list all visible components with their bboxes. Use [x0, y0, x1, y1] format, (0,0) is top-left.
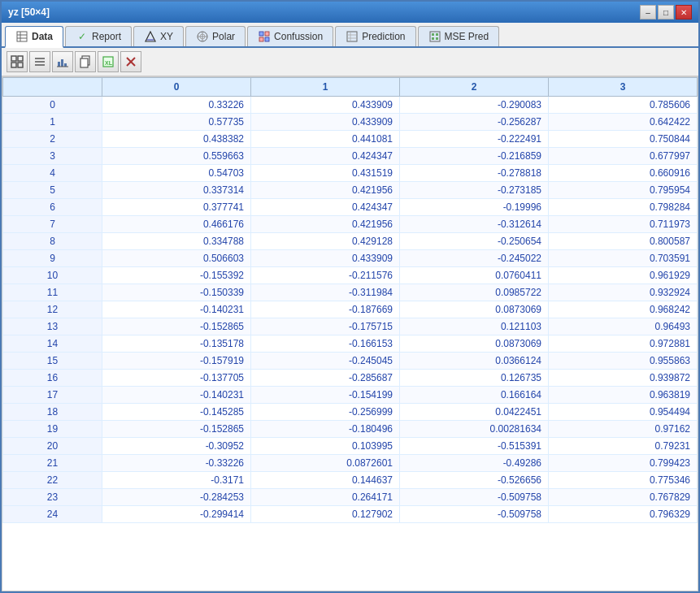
maximize-button[interactable]: □ [658, 5, 674, 19]
close-button[interactable]: ✕ [676, 5, 692, 19]
cell-value: -0.290083 [400, 97, 549, 114]
tab-xy-label: XY [160, 31, 173, 42]
table-row: 50.3373140.421956-0.2731850.795954 [3, 182, 698, 199]
cell-value: -0.509758 [400, 506, 549, 523]
cell-value: 0.961929 [549, 267, 698, 284]
cell-value: 0.54703 [102, 165, 251, 182]
cell-value: 0.421956 [251, 182, 400, 199]
minimize-button[interactable]: – [640, 5, 656, 19]
export-tool-button[interactable]: XL [98, 51, 119, 72]
svg-rect-31 [61, 59, 63, 67]
cell-value: 0.954494 [549, 404, 698, 421]
tab-report-label: Report [92, 31, 121, 42]
tab-data[interactable]: Data [5, 26, 63, 48]
row-index: 24 [3, 506, 102, 523]
cell-value: -0.180496 [251, 421, 400, 438]
cell-value: 0.0985722 [400, 284, 549, 301]
cell-value: -0.49286 [400, 455, 549, 472]
cell-value: -0.155392 [102, 267, 251, 284]
row-index: 18 [3, 404, 102, 421]
cell-value: 0.337314 [102, 182, 251, 199]
svg-rect-30 [58, 62, 60, 67]
svg-rect-12 [259, 37, 263, 41]
row-index: 14 [3, 335, 102, 353]
cell-value: -0.285687 [251, 370, 400, 387]
cell-value: 0.466176 [102, 216, 251, 233]
cell-value: -0.154199 [251, 387, 400, 404]
tab-xy[interactable]: XY [133, 26, 184, 46]
cell-value: 0.264171 [251, 489, 400, 506]
row-index: 7 [3, 216, 102, 233]
col-header-index [3, 78, 102, 97]
table-row: 24-0.2994140.127902-0.5097580.796329 [3, 506, 698, 523]
table-row: 16-0.137705-0.2856870.1267350.939872 [3, 370, 698, 387]
svg-rect-35 [80, 58, 88, 67]
row-index: 11 [3, 284, 102, 301]
svg-rect-10 [259, 32, 263, 36]
cell-value: 0.334788 [102, 233, 251, 250]
table-row: 23-0.2842530.264171-0.5097580.767829 [3, 489, 698, 506]
tab-report[interactable]: ✓ Report [65, 26, 132, 46]
col-header-1: 1 [251, 78, 400, 97]
tab-mse-pred[interactable]: MSE Pred [418, 26, 500, 46]
row-index: 23 [3, 489, 102, 506]
row-index: 2 [3, 131, 102, 148]
cell-value: -0.311984 [251, 284, 400, 301]
cell-value: -0.135178 [102, 335, 251, 353]
prediction-icon [346, 30, 359, 43]
cell-value: 0.785606 [549, 97, 698, 114]
copy-tool-button[interactable] [75, 51, 96, 72]
tab-confussion-label: Confussion [274, 31, 323, 42]
svg-rect-18 [430, 32, 440, 41]
toolbar: XL [2, 48, 698, 76]
tab-polar[interactable]: Polar [185, 26, 246, 46]
cell-value: -0.140231 [102, 387, 251, 404]
cell-value: 0.126735 [400, 370, 549, 387]
cell-value: -0.284253 [102, 489, 251, 506]
svg-rect-25 [11, 63, 16, 67]
cell-value: 0.441081 [251, 131, 400, 148]
cell-value: 0.642422 [549, 114, 698, 131]
cell-value: 0.955863 [549, 353, 698, 370]
cell-value: -0.33226 [102, 455, 251, 472]
row-index: 12 [3, 301, 102, 318]
tab-mse-pred-label: MSE Pred [445, 31, 489, 42]
table-row: 15-0.157919-0.2450450.03661240.955863 [3, 353, 698, 370]
cell-value: 0.421956 [251, 216, 400, 233]
cell-value: 0.00281634 [400, 421, 549, 438]
row-index: 1 [3, 114, 102, 131]
cell-value: -0.273185 [400, 182, 549, 199]
tab-prediction[interactable]: Prediction [335, 26, 415, 46]
cell-value: 0.796329 [549, 506, 698, 523]
cell-value: 0.33226 [102, 97, 251, 114]
cell-value: 0.0873069 [400, 335, 549, 353]
cell-value: 0.121103 [400, 318, 549, 335]
cell-value: 0.103995 [251, 438, 400, 455]
chart-tool-button[interactable] [52, 51, 73, 72]
tab-confussion[interactable]: Confussion [247, 26, 333, 46]
cell-value: 0.433909 [251, 97, 400, 114]
row-index: 22 [3, 472, 102, 489]
title-bar-buttons: – □ ✕ [640, 5, 692, 19]
cell-value: 0.79231 [549, 438, 698, 455]
cell-value: 0.799423 [549, 455, 698, 472]
svg-rect-11 [265, 32, 269, 36]
check-icon: ✓ [76, 30, 89, 43]
cell-value: 0.433909 [251, 250, 400, 267]
cell-value: 0.429128 [251, 233, 400, 250]
svg-rect-20 [436, 33, 438, 36]
delete-tool-button[interactable] [120, 51, 141, 72]
svg-rect-0 [17, 32, 27, 41]
svg-rect-19 [432, 33, 434, 36]
table-row: 18-0.145285-0.2569990.04224510.954494 [3, 404, 698, 421]
cell-value: -0.145285 [102, 404, 251, 421]
grid-tool-button[interactable] [7, 51, 28, 72]
lines-tool-button[interactable] [29, 51, 50, 72]
cell-value: -0.245045 [251, 353, 400, 370]
tab-prediction-label: Prediction [362, 31, 405, 42]
col-header-0: 0 [102, 78, 251, 97]
cell-value: 0.798284 [549, 199, 698, 216]
cell-value: -0.299414 [102, 506, 251, 523]
cell-value: 0.166164 [400, 387, 549, 404]
data-table-container[interactable]: 0 1 2 3 00.332260.433909-0.2900830.78560… [2, 76, 698, 591]
